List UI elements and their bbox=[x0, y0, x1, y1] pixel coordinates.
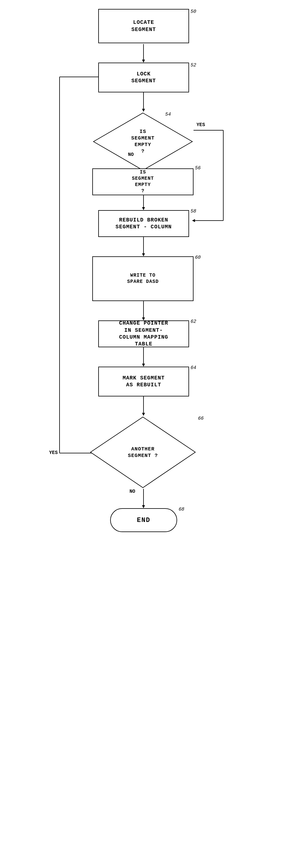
label-yes-empty: YES bbox=[196, 122, 205, 128]
node-lock: LOCK SEGMENT bbox=[98, 63, 189, 92]
svg-marker-13 bbox=[142, 253, 145, 256]
svg-marker-25 bbox=[142, 505, 145, 508]
ref-68: 68 bbox=[179, 507, 184, 512]
node-change: WRITE TO SPARE DASD bbox=[92, 256, 193, 301]
ref-50: 50 bbox=[190, 9, 196, 14]
ref-52: 52 bbox=[190, 63, 196, 68]
svg-marker-17 bbox=[142, 364, 145, 367]
node-locate: LOCATE SEGMENT bbox=[98, 9, 189, 43]
ref-64: 64 bbox=[190, 365, 196, 371]
node-write: REBUILD BROKEN SEGMENT - COLUMN bbox=[98, 210, 189, 237]
svg-marker-3 bbox=[142, 109, 145, 112]
svg-marker-11 bbox=[142, 207, 145, 210]
node-end: END bbox=[110, 508, 177, 532]
ref-60: 60 bbox=[195, 255, 201, 260]
node-unlock: MARK SEGMENT AS REBUILT bbox=[98, 367, 189, 397]
ref-62: 62 bbox=[190, 319, 196, 324]
svg-marker-19 bbox=[142, 413, 145, 416]
svg-marker-9 bbox=[192, 219, 195, 222]
flowchart: LOCATE SEGMENT 50 LOCK SEGMENT 52 ISSEGM… bbox=[0, 0, 287, 868]
label-yes-another: YES bbox=[49, 450, 58, 456]
ref-58: 58 bbox=[190, 209, 196, 214]
node-mark: CHANGE POINTER IN SEGMENT- COLUMN MAPPIN… bbox=[98, 320, 189, 347]
node-rebuild: IS SEGMENT EMPTY ? bbox=[92, 168, 193, 195]
ref-56: 56 bbox=[195, 165, 201, 171]
ref-54: 54 bbox=[165, 112, 171, 117]
node-empty: ISSEGMENTEMPTY? bbox=[92, 112, 193, 172]
label-no-another: NO bbox=[130, 489, 135, 494]
svg-marker-1 bbox=[142, 60, 145, 63]
ref-66: 66 bbox=[198, 416, 204, 421]
node-another: ANOTHERSEGMENT ? bbox=[89, 416, 196, 489]
